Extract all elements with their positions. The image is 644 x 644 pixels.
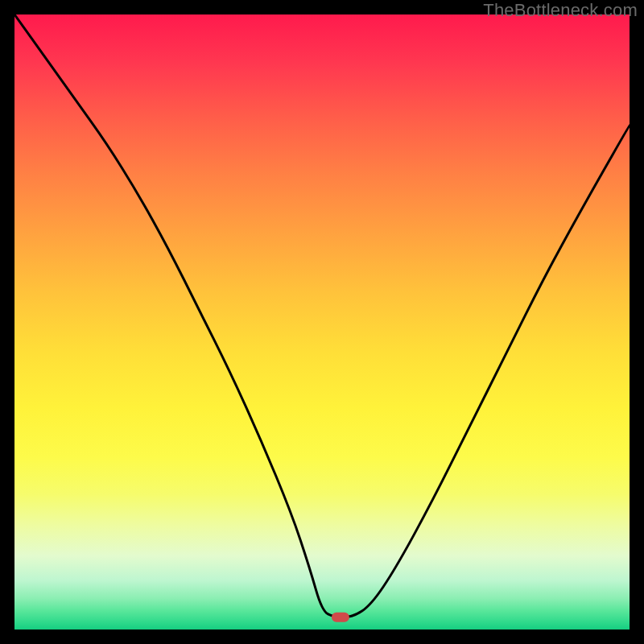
gradient-background — [14, 14, 630, 630]
chart-frame — [14, 14, 630, 630]
plot-area — [14, 14, 630, 630]
